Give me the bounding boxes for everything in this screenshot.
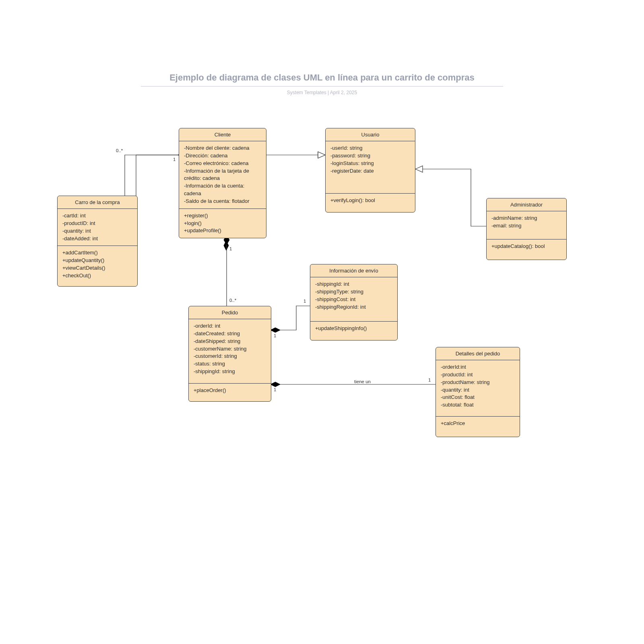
label-det-side: 1 <box>428 378 431 382</box>
svg-marker-7 <box>270 382 280 387</box>
class-attrs-cliente: -Nombre del cliente: cadena -Dirección: … <box>179 141 266 209</box>
class-title-pedido: Pedido <box>189 306 271 319</box>
label-pedido-det-side: 1 <box>274 387 276 392</box>
class-detalle: Detalles del pedido -orderId:int -produc… <box>436 347 520 437</box>
class-title-cart: Carro de la compra <box>58 196 137 209</box>
label-pedido-mult: 0..* <box>229 298 236 303</box>
diagram-canvas: Cliente -Nombre del cliente: cadena -Dir… <box>0 0 644 644</box>
label-cart-mult: 0..* <box>116 148 123 153</box>
class-methods-admin: +updateCatalog(): bool <box>487 239 566 260</box>
class-methods-cliente: +register() +login() +updateProfile() <box>179 209 266 238</box>
class-title-cliente: Cliente <box>179 128 266 141</box>
class-pedido: Pedido -orderId: int -dateCreated: strin… <box>188 306 271 402</box>
class-usuario: Usuario -userId: string -password: strin… <box>325 128 415 213</box>
class-attrs-detalle: -orderId:int -productId: int -productNam… <box>436 360 520 417</box>
class-shipping: Información de envío -shippingId: int -s… <box>310 264 398 341</box>
class-title-usuario: Usuario <box>326 128 415 141</box>
svg-marker-2 <box>415 166 423 172</box>
svg-marker-0 <box>318 152 325 158</box>
class-admin: Administrador -adminName: string -email:… <box>486 198 567 260</box>
class-title-admin: Administrador <box>487 198 566 211</box>
class-attrs-usuario: -userId: string -password: string -login… <box>326 141 415 194</box>
class-methods-detalle: +calcPrice <box>436 417 520 437</box>
class-attrs-cart: -cartId: int -productID: int -quantity: … <box>58 209 137 246</box>
class-title-detalle: Detalles del pedido <box>436 347 520 360</box>
class-methods-cart: +addCartItem() +updateQuantity() +viewCa… <box>58 246 137 286</box>
class-cart: Carro de la compra -cartId: int -product… <box>57 196 138 287</box>
label-cliente-cart-side: 1 <box>173 157 175 162</box>
label-ship-side: 1 <box>303 299 306 303</box>
svg-marker-6 <box>270 328 280 332</box>
class-title-shipping: Información de envío <box>310 264 397 277</box>
class-methods-usuario: +verifyLogin(): bool <box>326 194 415 212</box>
class-attrs-shipping: -shippingId: int -shippingType: string -… <box>310 277 397 322</box>
label-pedido-ship-side: 1 <box>274 333 276 338</box>
class-methods-pedido: +placeOrder() <box>189 384 271 401</box>
class-attrs-pedido: -orderId: int -dateCreated: string -date… <box>189 319 271 384</box>
label-cliente-pedido-side: 1 <box>229 246 232 251</box>
label-tiene-un: tiene un <box>354 379 371 384</box>
class-attrs-admin: -adminName: string -email: string <box>487 211 566 239</box>
svg-marker-4 <box>224 241 229 250</box>
class-cliente: Cliente -Nombre del cliente: cadena -Dir… <box>179 128 266 238</box>
class-methods-shipping: +updateShippingInfo() <box>310 322 397 340</box>
svg-marker-1 <box>318 152 325 158</box>
